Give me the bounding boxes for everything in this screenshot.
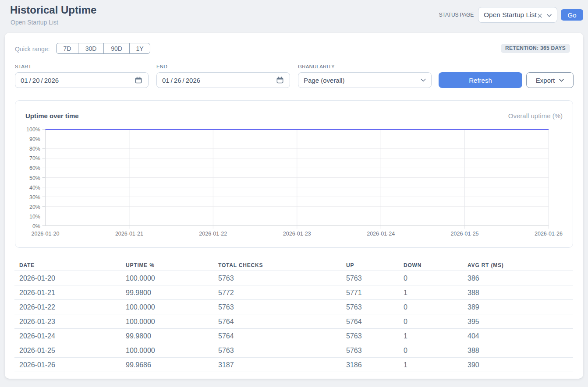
svg-text:30%: 30% [29, 194, 40, 201]
svg-text:60%: 60% [29, 165, 40, 171]
svg-text:2026-01-24: 2026-01-24 [367, 231, 395, 237]
svg-text:0%: 0% [32, 223, 40, 229]
svg-text:2026-01-21: 2026-01-21 [115, 231, 143, 237]
svg-text:2026-01-26: 2026-01-26 [535, 231, 563, 237]
svg-text:40%: 40% [29, 185, 40, 191]
svg-text:100%: 100% [26, 127, 40, 133]
svg-text:90%: 90% [29, 136, 40, 142]
svg-text:80%: 80% [29, 146, 40, 152]
svg-text:50%: 50% [29, 175, 40, 181]
svg-text:2026-01-25: 2026-01-25 [451, 231, 479, 237]
svg-text:2026-01-20: 2026-01-20 [32, 231, 60, 237]
svg-text:20%: 20% [29, 204, 40, 210]
svg-text:10%: 10% [29, 214, 40, 220]
svg-text:70%: 70% [29, 155, 40, 162]
svg-text:2026-01-22: 2026-01-22 [199, 231, 227, 237]
svg-text:2026-01-23: 2026-01-23 [283, 231, 311, 237]
